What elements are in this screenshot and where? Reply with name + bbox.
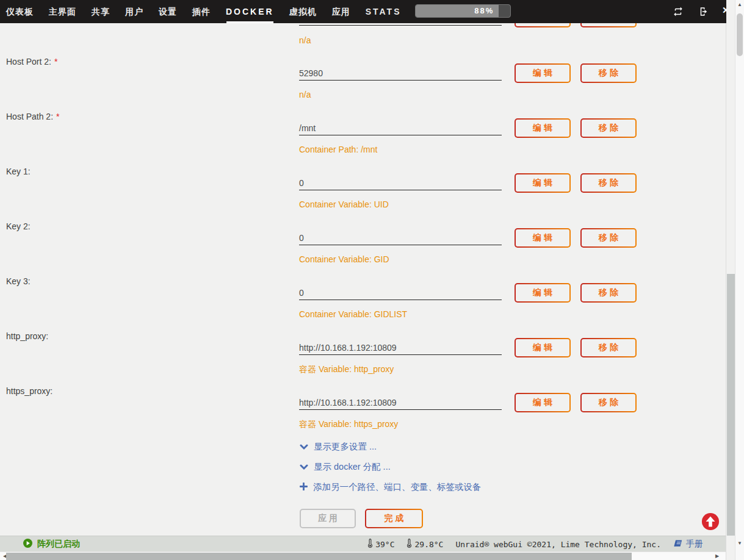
form-row: Host Port 2:* 52980 n/a 编辑 移除 bbox=[0, 52, 726, 107]
outer-vertical-scrollbar[interactable]: ▲ ▼ bbox=[735, 0, 744, 560]
nav-item-label[interactable]: STATS bbox=[366, 7, 402, 16]
nav-item-label[interactable]: 虚拟机 bbox=[289, 7, 317, 16]
manual-link-label: 手册 bbox=[686, 539, 703, 550]
scroll-up-arrow[interactable]: ▲ bbox=[735, 2, 744, 7]
add-path-port-variable-link[interactable]: 添加另一个路径、端口、变量、标签或设备 bbox=[300, 481, 482, 493]
temperature-value: 29.8°C bbox=[414, 540, 443, 549]
nav-item-label[interactable]: 设置 bbox=[159, 7, 177, 16]
field-label: Key 3: bbox=[6, 276, 31, 286]
field-input[interactable]: http://10.168.1.192:10809 bbox=[299, 397, 502, 410]
nav-item-plugins[interactable]: 插件 bbox=[192, 6, 211, 18]
scrollbar-thumb[interactable] bbox=[737, 13, 743, 56]
form-row: Key 2: 0 Container Variable: GID 编辑 移除 bbox=[0, 217, 726, 271]
remove-button[interactable]: 移除 bbox=[580, 283, 637, 303]
nav-item-shares[interactable]: 共享 bbox=[92, 6, 110, 18]
edit-button[interactable]: 编辑 bbox=[515, 228, 571, 248]
field-label-text: Host Path 2: bbox=[6, 112, 53, 121]
show-more-settings-link[interactable]: 显示更多设置 ... bbox=[300, 441, 377, 453]
nav-item-main[interactable]: 主界面 bbox=[49, 6, 76, 18]
field-input[interactable]: http://10.168.1.192:10809 bbox=[299, 342, 502, 355]
field-helper: Container Variable: GIDLIST bbox=[299, 309, 407, 319]
chevron-down-icon bbox=[300, 462, 308, 472]
plus-icon bbox=[300, 483, 308, 492]
refresh-icon[interactable] bbox=[671, 6, 685, 17]
nav-item-apps[interactable]: 应用 bbox=[332, 6, 350, 18]
nav-item-stats[interactable]: STATS bbox=[366, 6, 402, 18]
remove-button[interactable]: 移除 bbox=[580, 23, 637, 27]
thermometer-icon bbox=[367, 539, 373, 550]
back-to-top-button[interactable] bbox=[701, 512, 720, 531]
status-bar: 阵列已启动 39°C 29.8°C Unraid® webGui ©2021, … bbox=[0, 536, 726, 552]
edit-button[interactable]: 编辑 bbox=[515, 393, 571, 412]
field-input[interactable]: 0 bbox=[299, 177, 502, 190]
remove-button[interactable]: 移除 bbox=[580, 63, 637, 83]
remove-button[interactable]: 移除 bbox=[580, 173, 637, 193]
field-label: http_proxy: bbox=[6, 331, 48, 341]
field-label: Key 2: bbox=[6, 221, 31, 231]
link-label: 添加另一个路径、端口、变量、标签或设备 bbox=[313, 481, 482, 493]
edit-button[interactable]: 编辑 bbox=[515, 283, 571, 303]
horizontal-scrollbar[interactable]: ◀ ▶ bbox=[0, 551, 726, 560]
apply-button[interactable]: 应用 bbox=[300, 509, 356, 528]
inner-vertical-scrollbar[interactable] bbox=[726, 0, 735, 560]
docker-template-form: n/a 编辑 移除 Host Port 2:* 52980 n/a 编辑 移除 … bbox=[0, 23, 726, 536]
thermometer-icon bbox=[406, 539, 412, 550]
field-label-text: http_proxy: bbox=[6, 331, 48, 341]
field-input[interactable]: 0 bbox=[299, 287, 502, 300]
nav-item-vms[interactable]: 虚拟机 bbox=[289, 6, 317, 18]
remove-button[interactable]: 移除 bbox=[580, 393, 637, 412]
nav-item-docker[interactable]: DOCKER bbox=[226, 6, 274, 18]
chevron-down-icon bbox=[300, 442, 308, 452]
temperature-1: 39°C bbox=[367, 539, 394, 550]
field-input[interactable]: 52980 bbox=[299, 67, 502, 81]
show-docker-allocations-link[interactable]: 显示 docker 分配 ... bbox=[300, 461, 391, 473]
top-navbar: 仪表板 主界面 共享 用户 设置 插件 DOCKER 虚拟机 应用 STATS … bbox=[0, 0, 726, 23]
manual-link[interactable]: 手册 bbox=[673, 539, 703, 550]
form-row: https_proxy: http://10.168.1.192:10809 容… bbox=[0, 381, 726, 436]
link-label: 显示更多设置 ... bbox=[314, 441, 377, 453]
field-input[interactable]: 0 bbox=[299, 232, 502, 245]
logout-icon[interactable] bbox=[697, 6, 710, 17]
edit-button[interactable]: 编辑 bbox=[515, 173, 571, 193]
edit-button[interactable]: 编辑 bbox=[515, 23, 571, 27]
form-row: http_proxy: http://10.168.1.192:10809 容器… bbox=[0, 326, 726, 381]
clipped-buttons: 编辑 移除 bbox=[515, 23, 661, 29]
temperature-value: 39°C bbox=[375, 540, 394, 549]
scrollbar-thumb[interactable] bbox=[727, 274, 735, 536]
nav-item-label[interactable]: 应用 bbox=[332, 7, 350, 16]
array-status-text: 阵列已启动 bbox=[37, 539, 80, 550]
required-asterisk: * bbox=[56, 112, 59, 121]
nav-item-settings[interactable]: 设置 bbox=[159, 6, 177, 18]
edit-button[interactable]: 编辑 bbox=[515, 118, 571, 138]
nav-item-label[interactable]: 插件 bbox=[192, 7, 211, 16]
nav-item-users[interactable]: 用户 bbox=[125, 6, 143, 18]
scroll-right-arrow[interactable]: ▶ bbox=[713, 553, 721, 559]
footer-right: 39°C 29.8°C Unraid® webGui ©2021, Lime T… bbox=[367, 539, 703, 550]
play-circle-icon bbox=[23, 539, 32, 550]
clipped-close-icon[interactable]: ✕ bbox=[722, 5, 727, 17]
remove-button[interactable]: 移除 bbox=[580, 228, 637, 248]
nav-item-label[interactable]: 主界面 bbox=[49, 7, 76, 16]
nav-item-label[interactable]: 用户 bbox=[125, 7, 143, 16]
field-label: Host Path 2:* bbox=[6, 112, 60, 121]
field-label: Key 1: bbox=[6, 167, 31, 176]
scroll-down-arrow[interactable]: ▼ bbox=[735, 540, 744, 546]
nav-menu: 仪表板 主界面 共享 用户 设置 插件 DOCKER 虚拟机 应用 STATS … bbox=[0, 6, 435, 18]
nav-item-label[interactable]: 仪表板 bbox=[6, 7, 34, 16]
nav-item-label[interactable]: DOCKER bbox=[226, 7, 274, 16]
required-asterisk: * bbox=[54, 57, 57, 66]
scrollbar-thumb[interactable] bbox=[6, 553, 632, 560]
field-helper: 容器 Variable: http_proxy bbox=[299, 364, 394, 375]
edit-button[interactable]: 编辑 bbox=[515, 63, 571, 83]
field-helper: 容器 Variable: https_proxy bbox=[299, 419, 398, 430]
remove-button[interactable]: 移除 bbox=[580, 338, 637, 357]
field-helper: n/a bbox=[299, 90, 311, 99]
field-label: Host Port 2:* bbox=[6, 57, 57, 66]
done-button[interactable]: 完成 bbox=[365, 509, 423, 528]
edit-button[interactable]: 编辑 bbox=[515, 338, 571, 357]
nav-item-dashboard[interactable]: 仪表板 bbox=[6, 6, 34, 18]
nav-item-label[interactable]: 共享 bbox=[92, 7, 110, 16]
form-row: Host Path 2:* /mnt Container Path: /mnt … bbox=[0, 107, 726, 162]
field-input[interactable]: /mnt bbox=[299, 122, 502, 135]
remove-button[interactable]: 移除 bbox=[580, 118, 637, 138]
